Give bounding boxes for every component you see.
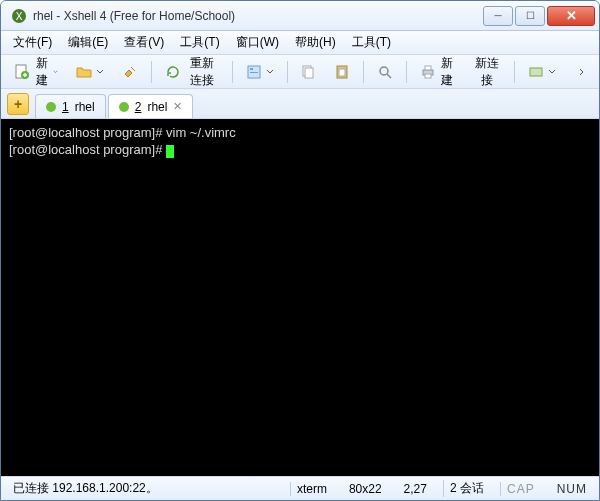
paste-icon <box>334 64 350 80</box>
paste-button[interactable] <box>327 60 357 84</box>
chevron-down-icon <box>266 68 274 76</box>
svg-rect-7 <box>250 72 258 73</box>
disconnect-button[interactable] <box>115 60 145 84</box>
svg-rect-15 <box>425 66 431 70</box>
print-button[interactable]: 新建 <box>413 60 462 84</box>
svg-rect-9 <box>305 68 313 78</box>
svg-text:X: X <box>16 11 23 22</box>
folder-open-icon <box>76 64 92 80</box>
menu-help[interactable]: 帮助(H) <box>289 32 342 53</box>
status-size: 80x22 <box>343 482 388 496</box>
svg-rect-17 <box>530 68 542 76</box>
chevron-down-icon <box>548 68 556 76</box>
tab-label: rhel <box>75 100 95 114</box>
copy-icon <box>300 64 316 80</box>
toolbar-separator <box>151 61 152 83</box>
terminal-line: [root@localhost program]# <box>9 142 166 157</box>
menu-window[interactable]: 窗口(W) <box>230 32 285 53</box>
status-sessions: 2 会话 <box>443 480 490 497</box>
terminal-view[interactable]: [root@localhost program]# vim ~/.vimrc [… <box>1 119 599 476</box>
add-tab-button[interactable]: + <box>7 93 29 115</box>
toolbar-separator <box>514 61 515 83</box>
close-button[interactable]: ✕ <box>547 6 595 26</box>
tab-number: 1 <box>62 100 69 114</box>
maximize-button[interactable]: ☐ <box>515 6 545 26</box>
toolbar-separator <box>406 61 407 83</box>
toolbar-separator <box>363 61 364 83</box>
status-connected: 已连接 192.168.1.200:22。 <box>7 480 164 497</box>
menu-tools2[interactable]: 工具(T) <box>346 32 397 53</box>
tab-label: rhel <box>147 100 167 114</box>
new-session-label: 新建 <box>34 55 49 89</box>
document-new-icon <box>14 64 30 80</box>
refresh-icon <box>165 64 181 80</box>
new-connection-button[interactable]: 新连接 <box>466 60 508 84</box>
toolbar-separator <box>287 61 288 83</box>
chevron-right-icon <box>578 68 586 76</box>
status-term-type: xterm <box>290 482 333 496</box>
svg-point-12 <box>380 67 388 75</box>
menu-tools[interactable]: 工具(T) <box>174 32 225 53</box>
status-dot-icon <box>46 102 56 112</box>
svg-rect-16 <box>425 74 431 78</box>
toggle-button[interactable] <box>521 60 563 84</box>
svg-line-13 <box>387 74 391 78</box>
status-capslock: CAP <box>500 482 541 496</box>
properties-button[interactable] <box>239 60 281 84</box>
title-bar: X rhel - Xshell 4 (Free for Home/School)… <box>1 1 599 31</box>
plug-icon <box>122 64 138 80</box>
svg-line-4 <box>131 67 135 71</box>
terminal-cursor <box>166 145 174 158</box>
menu-edit[interactable]: 编辑(E) <box>62 32 114 53</box>
search-icon <box>377 64 393 80</box>
reconnect-label: 重新连接 <box>185 55 219 89</box>
terminal-line: [root@localhost program]# vim ~/.vimrc <box>9 125 236 140</box>
printer-icon <box>420 64 436 80</box>
window-controls: ─ ☐ ✕ <box>483 6 595 26</box>
window-title: rhel - Xshell 4 (Free for Home/School) <box>33 9 483 23</box>
properties-icon <box>246 64 262 80</box>
chevron-down-icon <box>96 68 104 76</box>
menu-view[interactable]: 查看(V) <box>118 32 170 53</box>
app-window: X rhel - Xshell 4 (Free for Home/School)… <box>0 0 600 501</box>
chevron-down-icon <box>53 68 58 76</box>
find-button[interactable] <box>370 60 400 84</box>
overflow-button[interactable] <box>571 60 593 84</box>
minimize-button[interactable]: ─ <box>483 6 513 26</box>
reconnect-button[interactable]: 重新连接 <box>158 60 226 84</box>
tab-number: 2 <box>135 100 142 114</box>
svg-rect-11 <box>339 69 345 76</box>
status-dot-icon <box>119 102 129 112</box>
svg-rect-6 <box>250 68 253 70</box>
menu-file[interactable]: 文件(F) <box>7 32 58 53</box>
status-bar: 已连接 192.168.1.200:22。 xterm 80x22 2,27 2… <box>1 476 599 500</box>
toolbar: 新建 重新连接 <box>1 55 599 89</box>
tab-2[interactable]: 2 rhel ✕ <box>108 94 194 118</box>
status-cursor-pos: 2,27 <box>398 482 433 496</box>
new-connection-label: 新连接 <box>473 55 501 89</box>
open-button[interactable] <box>69 60 111 84</box>
toggle-icon <box>528 64 544 80</box>
menu-bar: 文件(F) 编辑(E) 查看(V) 工具(T) 窗口(W) 帮助(H) 工具(T… <box>1 31 599 55</box>
app-icon: X <box>11 8 27 24</box>
tab-bar: + 1 rhel 2 rhel ✕ <box>1 89 599 119</box>
print-label: 新建 <box>440 55 455 89</box>
tab-1[interactable]: 1 rhel <box>35 94 106 118</box>
close-tab-icon[interactable]: ✕ <box>173 100 182 113</box>
toolbar-separator <box>232 61 233 83</box>
new-session-button[interactable]: 新建 <box>7 60 65 84</box>
status-numlock: NUM <box>551 482 593 496</box>
copy-button[interactable] <box>293 60 323 84</box>
